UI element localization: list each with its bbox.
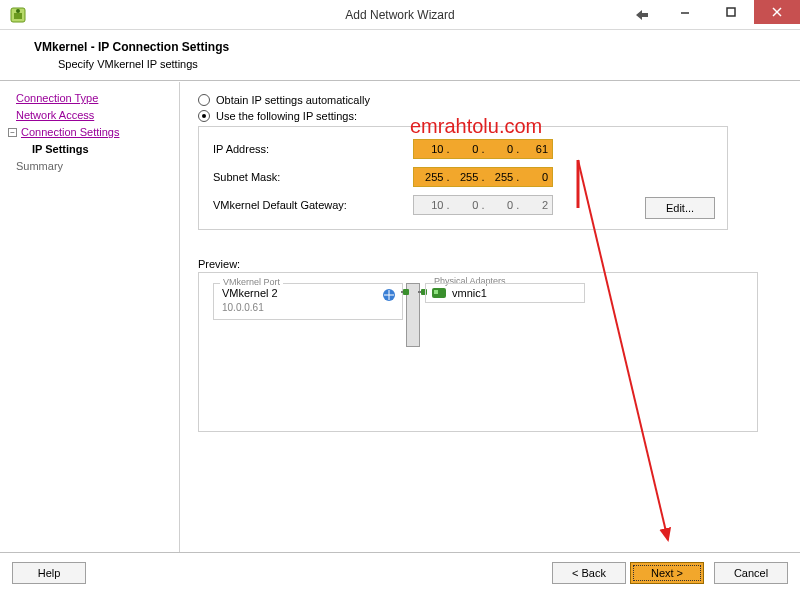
ip-octet[interactable]: 0 — [488, 143, 513, 155]
window-controls — [662, 0, 800, 24]
maximize-button[interactable] — [708, 0, 754, 24]
step-summary: Summary — [6, 158, 173, 174]
ip-octet: 0 — [488, 199, 513, 211]
wizard-main-panel: Obtain IP settings automatically Use the… — [180, 82, 800, 557]
wizard-footer: Help < Back Next > Cancel — [0, 552, 800, 592]
preview-label: Preview: — [198, 258, 788, 270]
edit-gateway-button[interactable]: Edit... — [645, 197, 715, 219]
ip-octet[interactable]: 0 — [523, 171, 548, 183]
nic-icon — [432, 288, 446, 298]
vmkernel-name: VMkernel 2 — [222, 287, 402, 299]
ip-address-label: IP Address: — [213, 143, 413, 155]
cancel-button[interactable]: Cancel — [714, 562, 788, 584]
vmkernel-port-group: VMkernel Port VMkernel 2 10.0.0.61 — [213, 283, 403, 320]
ip-settings-group: IP Address: 10. 0. 0. 61 Subnet Mask: 25… — [198, 126, 728, 230]
step-ip-settings: IP Settings — [6, 141, 173, 157]
next-button[interactable]: Next > — [630, 562, 704, 584]
wizard-header: VMkernel - IP Connection Settings Specif… — [0, 30, 800, 81]
page-subtitle: Specify VMkernel IP settings — [58, 58, 800, 70]
vmkernel-group-label: VMkernel Port — [220, 277, 283, 287]
step-network-access[interactable]: Network Access — [6, 107, 173, 123]
ip-octet: 2 — [523, 199, 548, 211]
back-button[interactable]: < Back — [552, 562, 626, 584]
wizard-body: Connection Type Network Access − Connect… — [0, 81, 800, 557]
svg-point-2 — [16, 9, 20, 13]
close-button[interactable] — [754, 0, 800, 24]
minimize-button[interactable] — [662, 0, 708, 24]
page-title: VMkernel - IP Connection Settings — [34, 40, 800, 54]
ip-octet: 10 — [418, 199, 443, 211]
ip-octet[interactable]: 0 — [453, 143, 478, 155]
svg-rect-1 — [14, 13, 22, 19]
restore-down-hint-icon — [634, 7, 650, 23]
network-preview: VMkernel Port VMkernel 2 10.0.0.61 Physi… — [198, 272, 758, 432]
step-connection-type[interactable]: Connection Type — [6, 90, 173, 106]
svg-rect-4 — [727, 8, 735, 16]
ip-address-input[interactable]: 10. 0. 0. 61 — [413, 139, 553, 159]
vsphere-icon — [4, 1, 32, 29]
radio-manual-label: Use the following IP settings: — [216, 110, 357, 122]
gateway-label: VMkernel Default Gateway: — [213, 199, 413, 211]
radio-manual-ip[interactable] — [198, 110, 210, 122]
physical-adapter-name: vmnic1 — [452, 287, 487, 299]
tree-collapse-icon[interactable]: − — [8, 128, 17, 137]
vmkernel-ip: 10.0.0.61 — [222, 302, 402, 313]
ip-octet[interactable]: 255 — [453, 171, 478, 183]
radio-auto-label: Obtain IP settings automatically — [216, 94, 370, 106]
vmkernel-icon — [382, 288, 396, 304]
wizard-steps-sidebar: Connection Type Network Access − Connect… — [0, 82, 180, 557]
radio-row-auto[interactable]: Obtain IP settings automatically — [198, 94, 788, 106]
gateway-display: 10. 0. 0. 2 — [413, 195, 553, 215]
step-connection-settings[interactable]: Connection Settings — [21, 124, 119, 140]
ip-octet: 0 — [453, 199, 478, 211]
ip-octet[interactable]: 10 — [418, 143, 443, 155]
ip-octet[interactable]: 61 — [523, 143, 548, 155]
ip-octet[interactable]: 255 — [488, 171, 513, 183]
ip-octet[interactable]: 255 — [418, 171, 443, 183]
subnet-mask-input[interactable]: 255. 255. 255. 0 — [413, 167, 553, 187]
subnet-mask-label: Subnet Mask: — [213, 171, 413, 183]
window-titlebar: Add Network Wizard — [0, 0, 800, 30]
connector-dot-icon — [403, 289, 409, 295]
physical-adapter-group: vmnic1 — [425, 283, 585, 303]
radio-auto-ip[interactable] — [198, 94, 210, 106]
help-button[interactable]: Help — [12, 562, 86, 584]
radio-row-manual[interactable]: Use the following IP settings: — [198, 110, 788, 122]
